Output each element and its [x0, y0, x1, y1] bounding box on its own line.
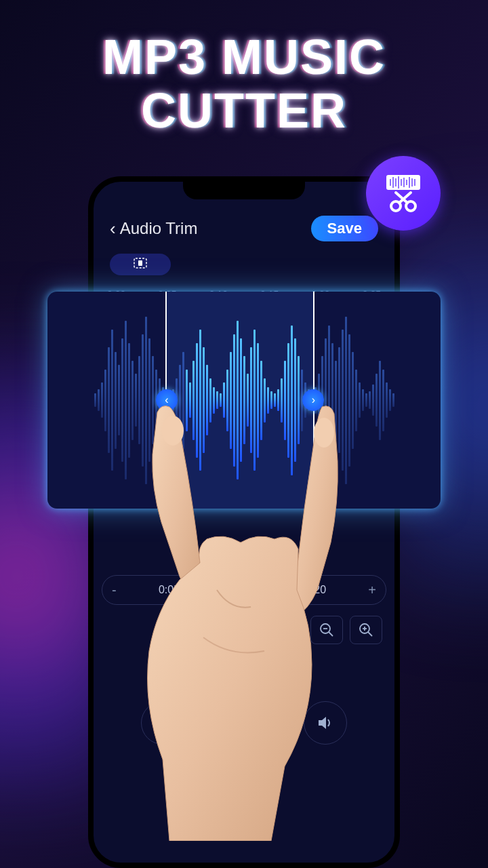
- end-time-value: 0:20: [305, 584, 326, 596]
- chevron-left-icon: ‹: [110, 218, 116, 239]
- start-time-control: - 0:05 +: [102, 575, 240, 605]
- restart-button[interactable]: [141, 701, 184, 745]
- zoom-out-button[interactable]: [310, 616, 343, 644]
- promo-title: MP3 MUSIC CUTTER: [0, 0, 488, 138]
- start-time-value: 0:05: [159, 584, 180, 596]
- screen-title: Audio Trim: [120, 219, 198, 238]
- svg-marker-26: [319, 717, 326, 729]
- time-controls: - 0:05 + - 0:20 +: [102, 575, 386, 605]
- feature-badge: [366, 156, 441, 231]
- end-plus-button[interactable]: +: [368, 583, 376, 598]
- player-controls: [94, 690, 394, 755]
- end-time-control: - 0:20 +: [248, 575, 386, 605]
- volume-button[interactable]: [304, 701, 347, 745]
- promo-line2: CUTTER: [0, 84, 488, 138]
- back-button[interactable]: ‹ Audio Trim: [110, 218, 197, 239]
- trim-handle-left[interactable]: ‹: [156, 389, 178, 411]
- zoom-controls: [310, 616, 382, 644]
- zoom-in-button[interactable]: [350, 616, 382, 644]
- svg-rect-16: [138, 260, 142, 266]
- phone-frame: ‹ Audio Trim Save 0:00 0:05 0:10 0:15 0:…: [88, 176, 400, 868]
- start-minus-button[interactable]: -: [112, 583, 117, 598]
- volume-icon: [316, 713, 335, 732]
- svg-line-21: [368, 632, 372, 636]
- trim-mode-toggle[interactable]: [110, 254, 171, 275]
- crop-icon: [134, 258, 147, 271]
- trim-handle-right[interactable]: ›: [302, 389, 324, 411]
- svg-line-18: [329, 632, 333, 636]
- save-button[interactable]: Save: [311, 216, 378, 241]
- play-icon: [237, 711, 256, 735]
- svg-marker-25: [161, 719, 166, 726]
- waveform-editor[interactable]: ‹ ›: [47, 292, 441, 509]
- zoom-out-icon: [319, 623, 334, 637]
- zoom-in-icon: [359, 623, 373, 637]
- start-plus-button[interactable]: +: [222, 583, 230, 598]
- cut-audio-icon: [380, 170, 427, 217]
- promo-line1: MP3 MUSIC: [0, 31, 488, 84]
- phone-notch: [183, 182, 305, 199]
- trim-selection[interactable]: ‹ ›: [165, 292, 314, 509]
- end-minus-button[interactable]: -: [258, 583, 263, 598]
- restart-icon: [153, 713, 172, 732]
- play-button[interactable]: [211, 690, 277, 755]
